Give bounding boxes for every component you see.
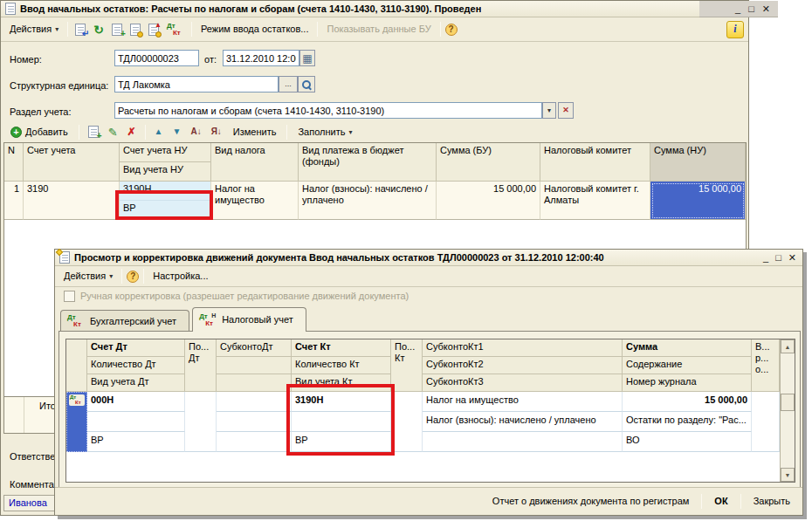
choose-button[interactable]: ...	[279, 76, 298, 93]
col-header-account-dt: Счет Дт	[87, 339, 185, 357]
coin-icon	[155, 31, 162, 38]
info-icon[interactable]: i	[726, 21, 744, 38]
show-postings-button[interactable]: Дт Кт	[164, 21, 187, 38]
scrollbar-thumb[interactable]	[781, 394, 795, 411]
window2-button-bar: Отчет о движениях документа по регистрам…	[55, 487, 802, 515]
window2-titlebar[interactable]: Просмотр и корректировка движений докуме…	[55, 250, 802, 266]
copy-document-button[interactable]: +	[109, 22, 125, 38]
tab-tax[interactable]: Дт Н Кт Налоговый учет	[192, 307, 306, 332]
window2-title: Просмотр и корректировка движений докуме…	[74, 252, 604, 264]
col-header-rowmark	[66, 339, 87, 392]
postings-table: Счет Дт По... Дт СубконтоДт Счет Кт По..…	[65, 339, 795, 483]
sort-desc-button[interactable]: Я↓	[209, 126, 224, 138]
cell-kind-dt[interactable]: ВР	[87, 432, 185, 452]
movements-report-button[interactable]: Отчет о движениях документа по регистрам	[489, 494, 693, 509]
move-up-button[interactable]: ▲	[152, 126, 166, 138]
add-row-button[interactable]: + Добавить	[6, 125, 72, 140]
table-command-bar: + Добавить + ✎ ✗ ▲ ▼ А↓ Я↓ Изменить Запо…	[6, 122, 356, 141]
separator	[191, 22, 192, 37]
tab-accounting[interactable]: Дт Кт Бухгалтерский учет	[60, 310, 189, 332]
manual-correction-row: Ручная корректировка (разрешает редактир…	[64, 291, 409, 302]
section-clear-button[interactable]: ✕	[558, 102, 574, 119]
cell-po-kt[interactable]	[391, 392, 423, 452]
cell-vro[interactable]	[752, 392, 780, 452]
section-label: Раздел учета:	[10, 106, 72, 118]
row-marker[interactable]: Дт Кт	[66, 392, 87, 452]
close-button[interactable]: Закрыть	[750, 494, 794, 509]
structural-unit-input[interactable]	[114, 76, 279, 93]
copy-row-button[interactable]: +	[86, 124, 101, 140]
actions-menu-button[interactable]: Действия ▾	[5, 22, 63, 37]
cell-sum[interactable]: 15 000,00	[623, 392, 752, 412]
help-icon[interactable]: ?	[127, 271, 139, 283]
refresh-icon: ↻	[93, 24, 104, 36]
cell-committee[interactable]: Налоговый комитет г. Алматы	[540, 182, 650, 220]
dtkt-icon: Дт Кт	[69, 394, 85, 406]
unpost-with-coins-button[interactable]: ▲	[146, 22, 162, 38]
post-with-coins-button[interactable]	[127, 22, 143, 38]
cell-subkonto-kt3[interactable]	[423, 432, 623, 452]
write-document-button[interactable]: ↵	[72, 22, 88, 38]
actions-menu-button[interactable]: Действия ▾	[59, 269, 117, 284]
vertical-scrollbar[interactable]: ▲ ▼	[780, 339, 795, 482]
cell-subkonto-dt3[interactable]	[217, 432, 292, 452]
change-button[interactable]: Изменить	[229, 125, 281, 140]
chevron-down-icon: ▾	[109, 271, 113, 282]
doc-plus-icon: +	[112, 24, 122, 36]
manual-correction-checkbox[interactable]	[64, 291, 75, 302]
search-button[interactable]	[298, 76, 315, 93]
settings-button[interactable]: Настройка...	[148, 269, 212, 284]
cell-tax-type[interactable]: Налог на имущество	[211, 182, 299, 220]
col-header-subkonto-kt3: СубконтоКт3	[423, 374, 623, 392]
cell-payment-type[interactable]: Налог (взносы): начислено / уплачено	[299, 182, 437, 220]
fill-menu-button[interactable]: Заполнить ▾	[293, 125, 356, 140]
cell-sum-bu[interactable]: 15 000,00	[437, 182, 540, 220]
cell-n[interactable]: 1	[4, 182, 24, 220]
maximize-icon[interactable]: □	[775, 253, 781, 263]
cell-journal[interactable]: ВО	[623, 432, 752, 452]
document-icon	[5, 3, 16, 15]
minimize-icon[interactable]: _	[735, 4, 740, 14]
close-icon[interactable]: ✕	[762, 4, 770, 14]
manual-correction-label: Ручная корректировка (разрешает редактир…	[80, 291, 409, 302]
tab-accounting-label: Бухгалтерский учет	[90, 316, 176, 327]
delete-row-button[interactable]: ✗	[125, 125, 139, 139]
red-arrow-icon: ▲	[155, 22, 162, 29]
close-icon[interactable]: ✕	[788, 253, 796, 263]
col-header-qty-kt: Количество Кт	[292, 357, 391, 374]
section-dropdown-button[interactable]: ▾	[542, 102, 556, 119]
number-input[interactable]	[114, 50, 199, 66]
maximize-icon[interactable]: □	[748, 4, 754, 14]
cell-account-dt[interactable]: 000Н	[87, 392, 185, 412]
help-icon[interactable]: ?	[445, 24, 458, 36]
cell-account[interactable]: 3190	[24, 182, 120, 220]
window1-titlebar[interactable]: Ввод начальных остатков: Расчеты по нало…	[1, 1, 748, 17]
minimize-icon[interactable]: _	[763, 253, 768, 263]
sort-az-icon: А↓	[190, 127, 201, 136]
po-line2: Кт	[395, 353, 418, 364]
cell-subkonto-kt2[interactable]: Налог (взносы): начислено / уплачено	[423, 412, 623, 432]
separator	[701, 494, 702, 509]
cell-qty-dt[interactable]	[87, 412, 185, 432]
date-from-label: от:	[204, 54, 217, 65]
sort-asc-button[interactable]: А↓	[188, 126, 203, 138]
scroll-down-button[interactable]: ▼	[781, 468, 795, 482]
col-header-account-kt: Счет Кт	[292, 339, 391, 357]
calendar-button[interactable]: ▦	[299, 50, 315, 66]
move-down-button[interactable]: ▼	[170, 126, 184, 138]
cell-sum-nu-selected[interactable]: 15 000,00	[650, 182, 746, 220]
cell-subkonto-kt1[interactable]: Налог на имущество	[423, 392, 623, 412]
scroll-up-button[interactable]: ▲	[781, 339, 795, 353]
post-document-button[interactable]: ↻	[91, 22, 107, 38]
cell-subkonto-dt1[interactable]	[217, 392, 292, 412]
calendar-icon: ▦	[302, 53, 312, 64]
balance-entry-mode-button[interactable]: Режим ввода остатков...	[196, 22, 313, 37]
date-input[interactable]	[223, 50, 299, 66]
edit-row-button[interactable]: ✎	[106, 125, 120, 140]
tab-page-tax: Счет Дт По... Дт СубконтоДт Счет Кт По..…	[58, 331, 801, 489]
section-select[interactable]	[114, 102, 542, 119]
ok-button[interactable]: ОК	[711, 494, 731, 509]
cell-content[interactable]: Остатки по разделу: "Рас...	[623, 412, 752, 432]
cell-subkonto-dt2[interactable]	[217, 412, 292, 432]
cell-po-dt[interactable]	[185, 392, 217, 452]
